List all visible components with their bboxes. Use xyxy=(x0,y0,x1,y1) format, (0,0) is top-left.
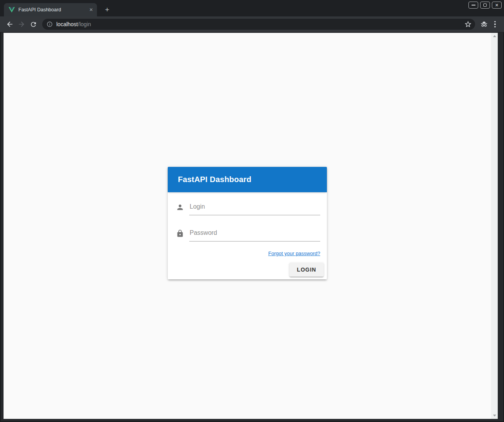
scrollbar-down-icon[interactable] xyxy=(493,415,496,417)
page-content: FastAPI Dashboard xyxy=(4,33,491,419)
browser-window: FastAPI Dashboard ✕ + ✕ xyxy=(0,0,504,422)
login-input[interactable] xyxy=(189,203,320,215)
login-button[interactable]: LOGIN xyxy=(289,263,324,277)
browser-menu-button[interactable] xyxy=(490,19,500,29)
lock-icon xyxy=(176,229,184,238)
url-text[interactable]: localhost/login xyxy=(56,21,464,27)
browser-tab[interactable]: FastAPI Dashboard ✕ xyxy=(4,3,97,16)
password-field-row xyxy=(176,229,324,241)
info-icon[interactable] xyxy=(47,21,53,27)
scrollbar-up-icon[interactable] xyxy=(493,35,496,37)
tab-title: FastAPI Dashboard xyxy=(18,7,88,13)
vue-favicon-icon xyxy=(9,7,15,13)
forgot-password-row: Forgot your password? xyxy=(176,250,324,257)
login-card: FastAPI Dashboard xyxy=(168,167,327,279)
login-card-header: FastAPI Dashboard xyxy=(168,167,327,192)
new-tab-button[interactable]: + xyxy=(102,5,112,14)
url-path: /login xyxy=(78,21,91,27)
url-host: localhost xyxy=(56,21,78,27)
window-close-button[interactable]: ✕ xyxy=(492,2,502,9)
reload-icon xyxy=(30,21,37,28)
browser-toolbar: localhost/login xyxy=(0,16,504,32)
card-actions: LOGIN xyxy=(176,263,324,277)
login-field-row xyxy=(176,203,324,215)
maximize-icon xyxy=(483,4,487,7)
minimize-icon xyxy=(472,5,475,5)
address-bar[interactable]: localhost/login xyxy=(42,19,475,30)
back-arrow-icon xyxy=(6,20,14,28)
login-card-body: Forgot your password? LOGIN xyxy=(168,192,327,279)
bookmark-star-icon[interactable] xyxy=(464,20,472,28)
password-input[interactable] xyxy=(189,229,320,241)
reload-button[interactable] xyxy=(27,18,39,30)
menu-dots-icon xyxy=(494,21,496,23)
forward-button[interactable] xyxy=(16,18,27,30)
forward-arrow-icon xyxy=(18,20,25,28)
window-maximize-button[interactable] xyxy=(480,2,490,9)
back-button[interactable] xyxy=(4,18,16,30)
forgot-password-link[interactable]: Forgot your password? xyxy=(268,250,320,256)
titlebar: FastAPI Dashboard ✕ + ✕ xyxy=(0,0,504,16)
person-icon xyxy=(176,203,184,211)
incognito-icon xyxy=(480,20,488,29)
page-scrollbar[interactable] xyxy=(491,33,498,419)
tab-close-icon[interactable]: ✕ xyxy=(88,6,95,13)
window-controls: ✕ xyxy=(468,2,502,9)
login-card-title: FastAPI Dashboard xyxy=(178,175,251,184)
window-minimize-button[interactable] xyxy=(468,2,478,9)
incognito-button[interactable] xyxy=(478,18,490,30)
